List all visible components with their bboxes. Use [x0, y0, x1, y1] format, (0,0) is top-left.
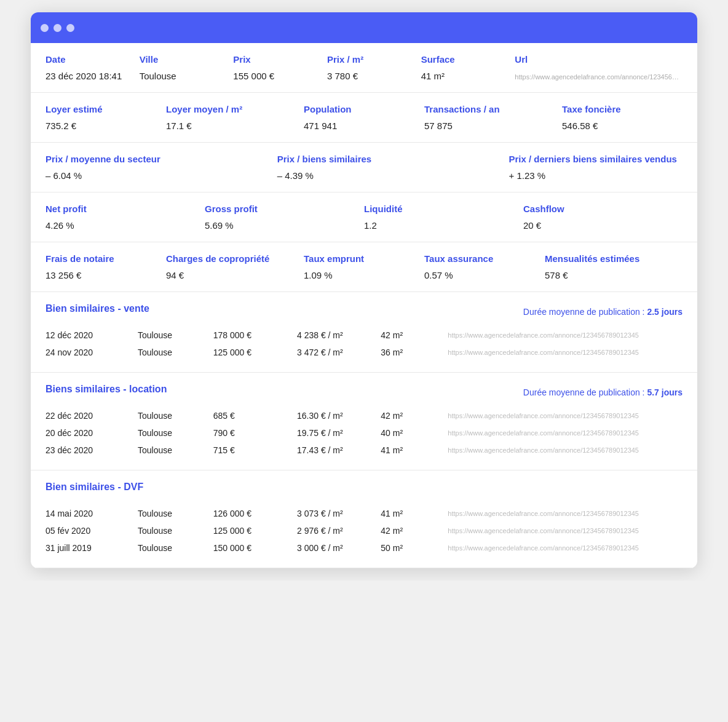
row-price-m2: 3 472 € / m² [297, 347, 381, 357]
row-city: Toulouse [138, 526, 213, 536]
row-surface: 42 m² [381, 330, 448, 340]
val-transactions: 57 875 [424, 121, 562, 131]
header-ville: Ville [140, 54, 234, 65]
val-taux-emprunt: 1.09 % [304, 270, 424, 280]
main-listing-headers: Date Ville Prix Prix / m² Surface Url [46, 54, 682, 65]
table-row: 05 fév 2020 Toulouse 125 000 € 2 976 € /… [46, 522, 682, 539]
row-date: 24 nov 2020 [46, 347, 138, 357]
similar-rental-section: Biens similaires - location Durée moyenn… [31, 373, 697, 470]
row-price-m2: 17.43 € / m² [297, 445, 381, 455]
val-url[interactable]: https://www.agencedelafrance.com/annonce… [515, 73, 682, 81]
val-gross-profit: 5.69 % [205, 220, 364, 231]
rental-stats-values: 735.2 € 17.1 € 471 941 57 875 546.58 € [46, 121, 682, 131]
row-price: 178 000 € [213, 330, 297, 340]
window-dot-1[interactable] [41, 24, 49, 32]
row-city: Toulouse [138, 445, 213, 455]
similar-rental-title-row: Biens similaires - location Durée moyenn… [46, 384, 682, 401]
row-url[interactable]: https://www.agencedelafrance.com/annonce… [448, 446, 682, 454]
similar-rental-duration: Durée moyenne de publication : 5.7 jours [523, 387, 682, 397]
table-row: 14 mai 2020 Toulouse 126 000 € 3 073 € /… [46, 505, 682, 522]
row-price: 790 € [213, 428, 297, 438]
row-date: 05 fév 2020 [46, 526, 138, 536]
row-price-m2: 4 238 € / m² [297, 330, 381, 340]
costs-headers: Frais de notaire Charges de copropriété … [46, 253, 682, 264]
row-url[interactable]: https://www.agencedelafrance.com/annonce… [448, 544, 682, 552]
header-transactions: Transactions / an [424, 104, 562, 114]
costs-section: Frais de notaire Charges de copropriété … [31, 242, 697, 292]
header-population: Population [304, 104, 424, 114]
row-surface: 41 m² [381, 509, 448, 518]
row-url[interactable]: https://www.agencedelafrance.com/annonce… [448, 429, 682, 437]
similar-dvf-rows: 14 mai 2020 Toulouse 126 000 € 3 073 € /… [46, 505, 682, 557]
row-date: 20 déc 2020 [46, 428, 138, 438]
costs-values: 13 256 € 94 € 1.09 % 0.57 % 578 € [46, 270, 682, 280]
row-price: 150 000 € [213, 543, 297, 553]
val-charges-copro: 94 € [166, 270, 304, 280]
header-avg-sector: Prix / moyenne du secteur [46, 154, 277, 164]
val-taux-assurance: 0.57 % [424, 270, 545, 280]
window-dot-3[interactable] [66, 24, 74, 32]
row-surface: 42 m² [381, 411, 448, 421]
row-date: 31 juill 2019 [46, 543, 138, 553]
similar-rental-title: Biens similaires - location [46, 384, 167, 395]
header-loyer-moyen: Loyer moyen / m² [166, 104, 304, 114]
header-net-profit: Net profit [46, 204, 205, 214]
val-avg-sector: – 6.04 % [46, 170, 277, 181]
similar-sale-title: Bien similaires - vente [46, 303, 149, 314]
row-url[interactable]: https://www.agencedelafrance.com/annonce… [448, 510, 682, 517]
similar-sale-section: Bien similaires - vente Durée moyenne de… [31, 292, 697, 373]
table-row: 12 déc 2020 Toulouse 178 000 € 4 238 € /… [46, 327, 682, 344]
price-comparison-values: – 6.04 % – 4.39 % + 1.23 % [46, 170, 682, 181]
header-mensualites: Mensualités estimées [545, 253, 682, 264]
row-date: 14 mai 2020 [46, 509, 138, 518]
header-taux-assurance: Taux assurance [424, 253, 545, 264]
header-loyer-estime: Loyer estimé [46, 104, 166, 114]
similar-rental-rows: 22 déc 2020 Toulouse 685 € 16.30 € / m² … [46, 407, 682, 459]
header-similar-goods: Prix / biens similaires [277, 154, 509, 164]
val-date: 23 déc 2020 18:41 [46, 71, 140, 81]
row-url[interactable]: https://www.agencedelafrance.com/annonce… [448, 527, 682, 534]
app-window: Date Ville Prix Prix / m² Surface Url 23… [31, 12, 697, 568]
row-city: Toulouse [138, 543, 213, 553]
header-taux-emprunt: Taux emprunt [304, 253, 424, 264]
similar-dvf-title-row: Bien similaires - DVF [46, 482, 682, 499]
row-url[interactable]: https://www.agencedelafrance.com/annonce… [448, 349, 682, 356]
val-loyer-moyen: 17.1 € [166, 121, 304, 131]
header-frais-notaire: Frais de notaire [46, 253, 166, 264]
row-price-m2: 3 073 € / m² [297, 509, 381, 518]
row-surface: 36 m² [381, 347, 448, 357]
row-date: 22 déc 2020 [46, 411, 138, 421]
row-price: 715 € [213, 445, 297, 455]
profitability-section: Net profit Gross profit Liquidité Cashfl… [31, 192, 697, 242]
similar-sale-duration: Durée moyenne de publication : 2.5 jours [523, 307, 682, 317]
rental-stats-headers: Loyer estimé Loyer moyen / m² Population… [46, 104, 682, 114]
similar-sale-rows: 12 déc 2020 Toulouse 178 000 € 4 238 € /… [46, 327, 682, 361]
main-listing-section: Date Ville Prix Prix / m² Surface Url 23… [31, 43, 697, 93]
similar-dvf-title: Bien similaires - DVF [46, 482, 143, 493]
table-row: 31 juill 2019 Toulouse 150 000 € 3 000 €… [46, 539, 682, 557]
val-prix: 155 000 € [233, 71, 327, 81]
val-mensualites: 578 € [545, 270, 682, 280]
row-date: 12 déc 2020 [46, 330, 138, 340]
row-url[interactable]: https://www.agencedelafrance.com/annonce… [448, 331, 682, 339]
val-liquidite: 1.2 [364, 220, 523, 231]
row-city: Toulouse [138, 509, 213, 518]
row-city: Toulouse [138, 428, 213, 438]
row-date: 23 déc 2020 [46, 445, 138, 455]
val-frais-notaire: 13 256 € [46, 270, 166, 280]
window-dot-2[interactable] [53, 24, 61, 32]
header-liquidite: Liquidité [364, 204, 523, 214]
header-date: Date [46, 54, 140, 65]
val-prix-m2: 3 780 € [327, 71, 421, 81]
row-price-m2: 2 976 € / m² [297, 526, 381, 536]
val-net-profit: 4.26 % [46, 220, 205, 231]
row-surface: 40 m² [381, 428, 448, 438]
header-prix: Prix [233, 54, 327, 65]
table-row: 23 déc 2020 Toulouse 715 € 17.43 € / m² … [46, 442, 682, 459]
similar-dvf-section: Bien similaires - DVF 14 mai 2020 Toulou… [31, 470, 697, 568]
main-content: Date Ville Prix Prix / m² Surface Url 23… [31, 43, 697, 568]
row-price: 685 € [213, 411, 297, 421]
main-listing-values: 23 déc 2020 18:41 Toulouse 155 000 € 3 7… [46, 71, 682, 81]
row-url[interactable]: https://www.agencedelafrance.com/annonce… [448, 412, 682, 419]
header-similar-sold: Prix / derniers biens similaires vendus [508, 154, 682, 164]
